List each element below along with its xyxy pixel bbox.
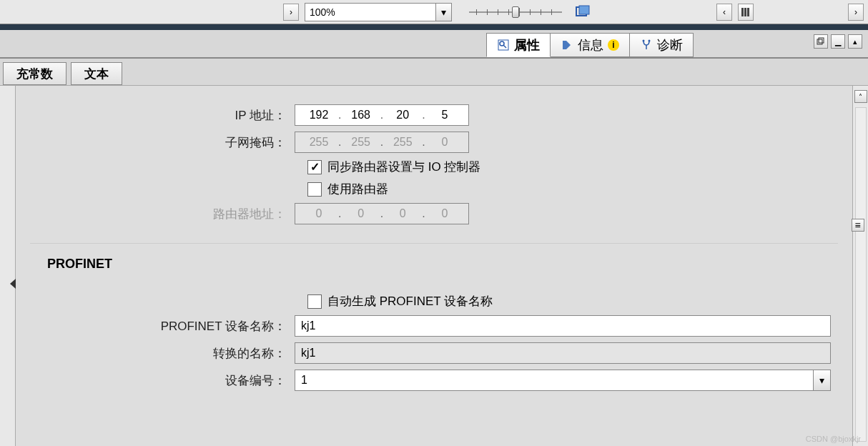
zoom-slider[interactable] <box>469 11 569 13</box>
restore-icon[interactable] <box>814 34 828 49</box>
device-name-label: PROFINET 设备名称： <box>30 318 295 334</box>
sync-router-label: 同步路由器设置与 IO 控制器 <box>327 159 480 175</box>
diagnostics-icon <box>640 39 653 51</box>
scroll-track[interactable]: ≡ <box>855 107 867 442</box>
subtab-text[interactable]: 文本 <box>71 62 122 85</box>
ip-address-label: IP 地址： <box>30 107 295 124</box>
auto-name-label: 自动生成 PROFINET 设备名称 <box>327 293 493 309</box>
device-number-label: 设备编号： <box>30 372 295 389</box>
columns-icon[interactable] <box>738 4 754 21</box>
router-address-input: 0. 0. 0. 0 <box>295 203 469 224</box>
right-toolbar: ‹ › <box>715 4 865 21</box>
tab-info[interactable]: 信息 i <box>550 33 630 57</box>
svg-rect-13 <box>819 38 824 43</box>
tab-properties[interactable]: 属性 <box>486 33 551 57</box>
left-marker-icon <box>10 279 16 289</box>
subtabs: 充常数 文本 <box>0 59 868 86</box>
inspector-window-controls: ▁ ▴ <box>814 34 862 49</box>
top-toolbar: › 100% ▾ ‹ › <box>0 0 868 24</box>
collapse-icon[interactable]: ▴ <box>848 34 862 49</box>
svg-point-10 <box>643 40 645 42</box>
info-badge-icon: i <box>608 39 619 51</box>
subnet-mask-input[interactable]: 255. 255. 255. 0 <box>295 132 469 153</box>
divider <box>0 24 868 30</box>
svg-rect-4 <box>747 8 749 16</box>
svg-rect-2 <box>741 8 744 16</box>
main-area: IP 地址： 192. 168. 20. 5 子网掩码： 255. 255. 2… <box>0 86 868 446</box>
fit-window-icon[interactable] <box>575 4 591 20</box>
zoom-dropdown[interactable]: 100% ▾ <box>305 3 452 21</box>
inspector-tabs: 属性 信息 i 诊断 ▁ ▴ <box>0 30 868 59</box>
scroll-middle-icon[interactable]: ≡ <box>852 219 864 232</box>
left-nav-strip <box>0 86 16 446</box>
tab-properties-label: 属性 <box>514 36 540 54</box>
device-number-dropdown[interactable]: ▾ <box>814 370 831 391</box>
auto-name-checkbox[interactable] <box>307 294 322 309</box>
use-router-checkbox[interactable] <box>307 182 322 197</box>
zoom-value[interactable]: 100% <box>305 3 436 21</box>
tab-info-label: 信息 <box>578 36 603 54</box>
use-router-label: 使用路由器 <box>327 181 388 197</box>
converted-name-input <box>295 342 831 364</box>
profinet-section: PROFINET 自动生成 PROFINET 设备名称 PROFINET 设备名… <box>30 257 838 391</box>
svg-rect-1 <box>579 6 589 14</box>
sync-router-checkbox[interactable] <box>307 160 322 174</box>
slider-thumb[interactable] <box>512 6 519 18</box>
info-icon <box>561 39 573 51</box>
tab-diagnostics[interactable]: 诊断 <box>629 33 694 57</box>
watermark: CSDN @bjoxkjr <box>806 435 861 443</box>
converted-name-label: 转换的名称： <box>30 345 295 362</box>
svg-point-11 <box>648 40 651 42</box>
svg-rect-12 <box>817 39 822 44</box>
svg-rect-3 <box>744 8 746 16</box>
nav-right-button[interactable]: › <box>283 4 299 21</box>
content-panel: IP 地址： 192. 168. 20. 5 子网掩码： 255. 255. 2… <box>16 86 852 446</box>
zoom-dropdown-arrow[interactable]: ▾ <box>436 3 452 21</box>
svg-line-7 <box>503 45 506 48</box>
right-scrollbar: ˄ ≡ <box>852 86 868 446</box>
ip-section: IP 地址： 192. 168. 20. 5 子网掩码： 255. 255. 2… <box>30 96 838 244</box>
scroll-right-button[interactable]: › <box>848 4 864 21</box>
tab-diagnostics-label: 诊断 <box>657 36 683 54</box>
minimize-icon[interactable]: ▁ <box>831 34 845 49</box>
properties-icon <box>497 39 510 51</box>
subtab-constants[interactable]: 充常数 <box>3 62 66 85</box>
device-name-input[interactable] <box>295 315 831 337</box>
device-number-input[interactable] <box>295 370 814 391</box>
scroll-up-button[interactable]: ˄ <box>854 90 867 103</box>
router-address-label: 路由器地址： <box>30 206 295 222</box>
svg-rect-8 <box>563 41 566 49</box>
profinet-title: PROFINET <box>47 257 838 272</box>
scroll-left-button[interactable]: ‹ <box>716 4 732 21</box>
subnet-mask-label: 子网掩码： <box>30 134 295 151</box>
ip-address-input[interactable]: 192. 168. 20. 5 <box>295 104 469 126</box>
